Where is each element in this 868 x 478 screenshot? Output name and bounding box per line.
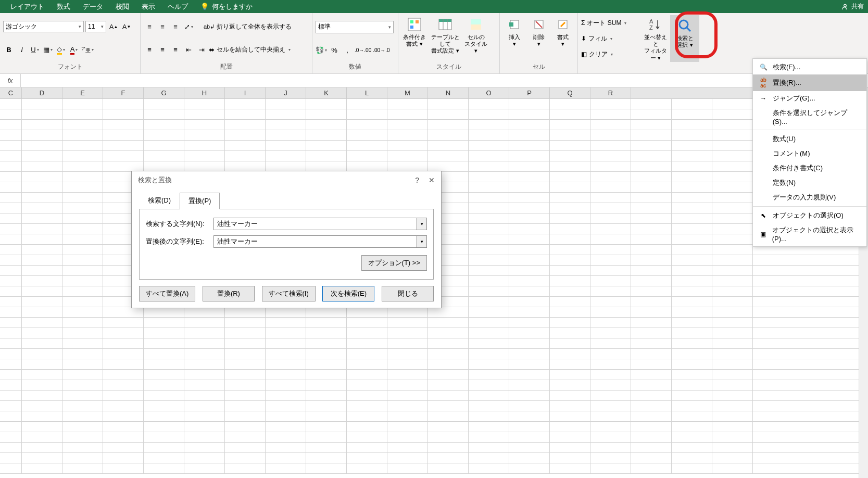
col-header-L[interactable]: L	[347, 87, 387, 98]
grid-cell[interactable]	[469, 161, 509, 171]
grid-cell[interactable]	[306, 391, 347, 400]
grid-cell[interactable]	[387, 453, 428, 463]
grid-cell[interactable]	[550, 182, 590, 192]
grid-cell[interactable]	[712, 453, 753, 463]
insert-cells-button[interactable]: 挿入▾	[503, 15, 526, 48]
grid-cell[interactable]	[387, 359, 428, 369]
sort-filter-button[interactable]: AZ 並べ替えとフィルター ▾	[641, 15, 670, 62]
grid-cell[interactable]	[22, 411, 62, 421]
grid-cell[interactable]	[22, 286, 62, 296]
grid-cell[interactable]	[550, 193, 590, 203]
grid-cell[interactable]	[712, 286, 753, 296]
grid-cell[interactable]	[62, 141, 103, 150]
grid-cell[interactable]	[631, 182, 672, 192]
fill-color-button[interactable]: ◇▾	[55, 44, 67, 56]
grid-cell[interactable]	[387, 391, 428, 400]
grid-cell[interactable]	[347, 307, 387, 317]
grid-cell[interactable]	[387, 307, 428, 317]
grid-cell[interactable]	[144, 109, 184, 119]
grid-cell[interactable]	[469, 370, 509, 380]
grid-cell[interactable]	[62, 328, 103, 338]
decrease-decimal-button[interactable]: .00→.0	[373, 44, 389, 56]
grid-cell[interactable]	[712, 151, 753, 161]
grid-cell[interactable]	[22, 422, 62, 432]
grid-cell[interactable]	[22, 161, 62, 171]
tab-find[interactable]: 検索(D)	[139, 192, 180, 209]
border-button[interactable]: ▦▾	[42, 44, 54, 56]
grid-cell[interactable]	[144, 359, 184, 369]
grid-cell[interactable]	[0, 411, 22, 421]
grid-cell[interactable]	[509, 422, 550, 432]
grid-cell[interactable]	[590, 453, 631, 463]
col-header-G[interactable]: G	[144, 87, 184, 98]
grid-cell[interactable]	[22, 359, 62, 369]
grid-cell[interactable]	[550, 203, 590, 213]
grid-cell[interactable]	[469, 380, 509, 390]
grid-cell[interactable]	[0, 463, 22, 473]
grid-cell[interactable]	[225, 463, 266, 473]
grid-cell[interactable]	[550, 359, 590, 369]
grid-cell[interactable]	[0, 443, 22, 452]
grid-cell[interactable]	[469, 193, 509, 203]
grid-cell[interactable]	[590, 276, 631, 286]
grid-cell[interactable]	[62, 255, 103, 265]
grid-cell[interactable]	[550, 463, 590, 473]
grid-cell[interactable]	[0, 391, 22, 400]
grid-cell[interactable]	[590, 380, 631, 390]
grid-cell[interactable]	[469, 99, 509, 109]
grid-cell[interactable]	[184, 391, 225, 400]
align-top-button[interactable]: ≡	[144, 21, 155, 32]
grid-cell[interactable]	[712, 349, 753, 359]
grid-cell[interactable]	[22, 338, 62, 348]
grid-cell[interactable]	[387, 318, 428, 328]
grid-cell[interactable]	[509, 401, 550, 411]
grid-cell[interactable]	[103, 432, 144, 442]
grid-cell[interactable]	[225, 161, 266, 171]
grid-cell[interactable]	[428, 401, 469, 411]
grid-cell[interactable]	[62, 359, 103, 369]
grid-cell[interactable]	[590, 432, 631, 442]
grid-cell[interactable]	[306, 99, 347, 109]
grid-cell[interactable]	[672, 213, 712, 223]
grid-cell[interactable]	[712, 213, 753, 223]
grid-cell[interactable]	[509, 161, 550, 171]
grid-cell[interactable]	[266, 338, 306, 348]
grid-cell[interactable]	[184, 380, 225, 390]
grid-cell[interactable]	[62, 380, 103, 390]
grid-cell[interactable]	[184, 422, 225, 432]
grid-cell[interactable]	[509, 338, 550, 348]
decrease-indent-button[interactable]: ⇤	[183, 44, 194, 56]
grid-cell[interactable]	[387, 120, 428, 130]
col-header-C[interactable]: C	[0, 87, 22, 98]
grid-cell[interactable]	[22, 130, 62, 140]
grid-cell[interactable]	[62, 151, 103, 161]
grid-cell[interactable]	[387, 380, 428, 390]
grid-cell[interactable]	[184, 109, 225, 119]
grid-cell[interactable]	[631, 141, 672, 150]
grid-cell[interactable]	[62, 213, 103, 223]
grid-cell[interactable]	[62, 224, 103, 234]
grid-cell[interactable]	[347, 318, 387, 328]
col-header-D[interactable]: D	[22, 87, 62, 98]
grid-cell[interactable]	[266, 411, 306, 421]
grid-cell[interactable]	[550, 234, 590, 244]
grid-cell[interactable]	[22, 203, 62, 213]
grid-cell[interactable]	[672, 141, 712, 150]
grid-cell[interactable]	[387, 463, 428, 473]
grid-cell[interactable]	[0, 99, 22, 109]
grid-cell[interactable]	[509, 224, 550, 234]
grid-cell[interactable]	[0, 234, 22, 244]
grid-cell[interactable]	[469, 266, 509, 275]
decrease-font-button[interactable]: A▼	[121, 21, 132, 32]
grid-cell[interactable]	[712, 234, 753, 244]
find-all-button[interactable]: すべて検索(I)	[262, 286, 316, 301]
grid-cell[interactable]	[144, 432, 184, 442]
grid-cell[interactable]	[590, 120, 631, 130]
grid-cell[interactable]	[347, 443, 387, 452]
grid-cell[interactable]	[0, 182, 22, 192]
grid-cell[interactable]	[306, 130, 347, 140]
format-cells-button[interactable]: 書式▾	[551, 15, 574, 48]
grid-cell[interactable]	[469, 141, 509, 150]
grid-cell[interactable]	[0, 276, 22, 286]
grid-cell[interactable]	[712, 318, 753, 328]
